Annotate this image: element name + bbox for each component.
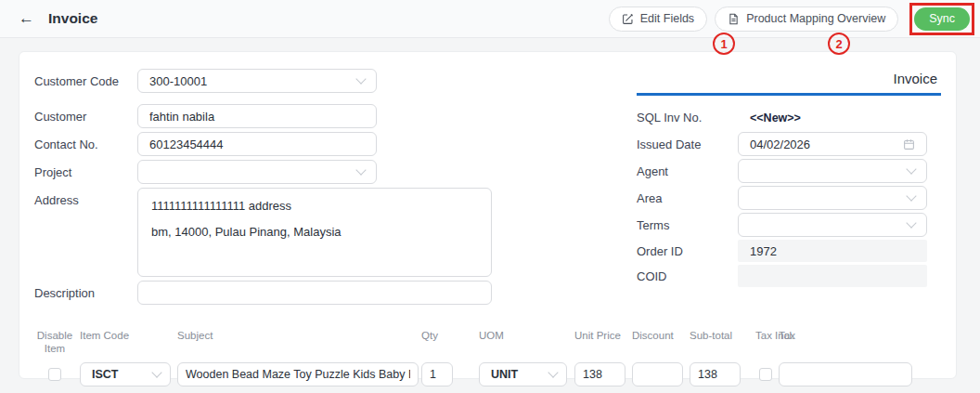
annotation-step-1: 1	[713, 33, 735, 55]
unit-price-input[interactable]	[574, 362, 625, 386]
terms-row: Terms	[637, 213, 941, 237]
contact-no-row: Contact No.	[34, 132, 493, 156]
order-id-value: 1972	[738, 240, 927, 262]
page-title: Invoice	[48, 10, 97, 27]
disable-item-cell	[34, 362, 75, 386]
col-tax: Tax	[779, 329, 912, 342]
tax-incl-cell	[755, 362, 776, 386]
description-input[interactable]	[137, 281, 492, 305]
product-mapping-overview-button[interactable]: Product Mapping Overview	[715, 7, 898, 32]
address-row: Address 1111111111111111 address bm, 140…	[34, 188, 493, 277]
contact-no-label: Contact No.	[34, 138, 137, 151]
project-row: Project	[34, 160, 493, 184]
disable-item-checkbox[interactable]	[48, 368, 61, 381]
edit-fields-label: Edit Fields	[640, 12, 694, 25]
chevron-down-icon	[906, 164, 916, 174]
sub-total-input[interactable]	[690, 362, 741, 386]
area-select[interactable]	[738, 186, 927, 210]
sql-inv-no-label: SQL Inv No.	[637, 111, 738, 124]
back-arrow-icon[interactable]: ←	[19, 9, 34, 28]
edit-fields-button[interactable]: Edit Fields	[609, 7, 707, 32]
area-label: Area	[637, 191, 738, 205]
col-unit-price: Unit Price	[574, 329, 625, 342]
chevron-down-icon	[548, 367, 558, 377]
invoice-form-card: Customer Code 300-10001 Customer Contact…	[19, 51, 957, 379]
chevron-down-icon	[355, 73, 366, 84]
agent-row: Agent	[637, 159, 941, 183]
items-table-header: Disable Item Item Code Subject Qty UOM U…	[34, 329, 941, 356]
issued-date-row: Issued Date 04/02/2026	[637, 132, 941, 156]
invoice-section-underline	[637, 93, 941, 96]
chevron-down-icon	[355, 164, 366, 175]
terms-label: Terms	[637, 218, 738, 232]
coid-row: COID	[637, 265, 941, 287]
calendar-icon	[903, 138, 915, 151]
col-subject: Subject	[177, 329, 419, 342]
sync-highlight-annotation: Sync	[909, 3, 974, 35]
tax-incl-checkbox[interactable]	[759, 368, 772, 381]
customer-code-row: Customer Code 300-10001	[34, 69, 493, 93]
chevron-down-icon	[151, 367, 161, 377]
sql-inv-no-row: SQL Inv No. <<New>>	[637, 111, 941, 124]
col-qty: Qty	[421, 329, 453, 342]
address-line-3: bm, 14000, Pulau Pinang, Malaysia	[151, 225, 342, 239]
agent-label: Agent	[637, 164, 738, 178]
sync-button[interactable]: Sync	[914, 7, 970, 31]
annotation-step-2: 2	[828, 33, 850, 55]
issued-date-value: 04/02/2026	[750, 138, 810, 151]
customer-input[interactable]	[137, 104, 377, 128]
discount-input[interactable]	[632, 362, 683, 386]
col-disable-item: Disable Item	[34, 329, 75, 356]
customer-row: Customer	[34, 104, 493, 128]
subject-input[interactable]	[177, 362, 419, 386]
col-discount: Discount	[632, 329, 683, 342]
customer-label: Customer	[34, 110, 137, 124]
coid-label: COID	[637, 269, 738, 283]
address-label: Address	[34, 188, 137, 207]
customer-details-pane: Customer Code 300-10001 Customer Contact…	[34, 69, 493, 308]
project-select[interactable]	[137, 160, 377, 184]
issued-date-label: Issued Date	[637, 138, 738, 151]
sql-inv-no-value: <<New>>	[738, 111, 801, 124]
col-item-code: Item Code	[80, 329, 171, 342]
description-label: Description	[34, 286, 137, 300]
address-line-1: 1111111111111111	[151, 199, 245, 213]
area-row: Area	[637, 186, 941, 210]
top-bar-actions: Edit Fields Product Mapping Overview Syn…	[609, 3, 974, 35]
top-bar: ← Invoice Edit Fields Product Mappin	[0, 0, 980, 38]
chevron-down-icon	[906, 190, 916, 201]
address-textarea[interactable]: 1111111111111111 address bm, 14000, Pula…	[137, 188, 492, 277]
col-sub-total: Sub-total	[690, 329, 741, 342]
item-code-value: ISCT	[92, 368, 118, 381]
customer-code-select[interactable]: 300-10001	[137, 69, 377, 93]
project-label: Project	[34, 165, 137, 179]
uom-select[interactable]: UNIT	[479, 362, 567, 386]
qty-input[interactable]	[421, 362, 453, 386]
chevron-down-icon	[906, 217, 916, 228]
col-uom: UOM	[479, 329, 567, 342]
product-mapping-overview-label: Product Mapping Overview	[746, 12, 885, 25]
order-id-row: Order ID 1972	[637, 240, 941, 262]
coid-value	[738, 265, 927, 287]
customer-code-label: Customer Code	[34, 74, 137, 88]
contact-no-input[interactable]	[137, 132, 377, 156]
issued-date-input[interactable]: 04/02/2026	[738, 132, 927, 156]
order-id-label: Order ID	[637, 244, 738, 258]
customer-code-value: 300-10001	[149, 74, 207, 88]
edit-icon	[622, 13, 634, 25]
invoice-details-pane: Invoice SQL Inv No. <<New>> Issued Date …	[637, 69, 941, 308]
tax-input[interactable]	[779, 362, 912, 386]
invoice-items-table: Disable Item Item Code Subject Qty UOM U…	[34, 329, 941, 386]
address-line-2: address	[249, 199, 291, 213]
description-row: Description	[34, 281, 493, 305]
uom-value: UNIT	[491, 368, 518, 381]
item-code-select[interactable]: ISCT	[80, 362, 171, 386]
item-row: ISCT UNIT	[34, 362, 941, 386]
agent-select[interactable]	[738, 159, 927, 183]
document-icon	[728, 13, 740, 25]
terms-select[interactable]	[738, 213, 927, 237]
invoice-section-title: Invoice	[637, 69, 941, 93]
